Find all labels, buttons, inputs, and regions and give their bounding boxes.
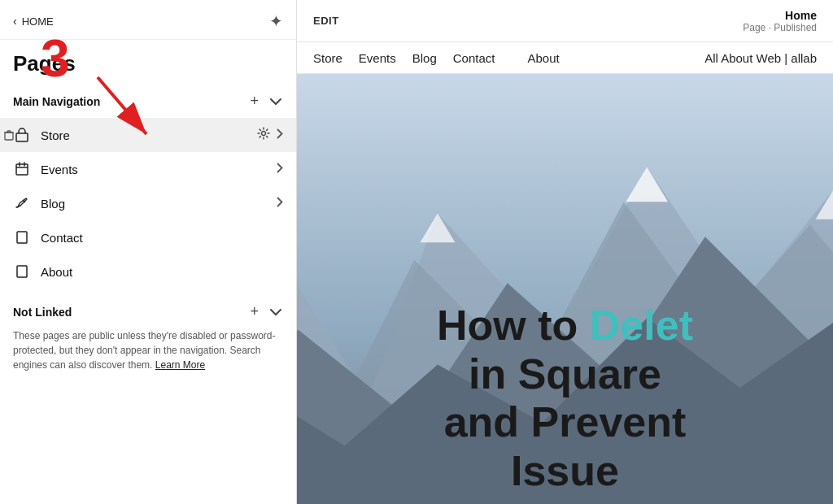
svg-point-5 [262,132,266,136]
collapse-nav-button[interactable] [268,96,283,107]
not-linked-description: These pages are public unless they're di… [13,328,283,372]
hero-area: How to Delet in Square and Prevent Issue [297,74,833,504]
contact-icon [13,228,31,246]
events-icon [13,160,31,178]
nav-item-about[interactable]: About [0,254,296,289]
trash-icon[interactable] [0,129,18,141]
preview-nav-store[interactable]: Store [313,51,342,65]
main-nav-label: Main Navigation [13,95,100,108]
main-nav-section-header: Main Navigation + [0,85,296,118]
page-name: Home [743,9,817,22]
store-gear-icon[interactable] [257,127,270,143]
pages-title: Pages [13,51,76,76]
hero-text: How to Delet in Square and Prevent Issue [297,285,833,504]
nav-item-events[interactable]: Events [0,152,296,186]
about-label: About [41,265,283,279]
hero-line3: and Prevent [444,398,687,445]
svg-rect-10 [17,232,27,243]
back-home-link[interactable]: ‹ HOME [13,15,54,28]
preview-nav-blog[interactable]: Blog [412,51,437,65]
nav-item-blog[interactable]: Blog [0,186,296,220]
blog-icon [13,194,31,212]
edit-label: EDIT [313,15,339,27]
learn-more-link[interactable]: Learn More [155,359,205,371]
hero-line1-highlight: Delet [590,302,693,349]
svg-rect-4 [16,133,28,141]
sidebar-top: ‹ HOME ✦ [0,0,296,40]
preview-site-name: All About Web | allab [704,51,817,65]
store-chevron-icon[interactable] [277,128,283,142]
blog-label: Blog [41,197,277,211]
add-not-linked-button[interactable]: + [248,302,260,322]
nav-item-store[interactable]: Store [0,118,296,152]
sidebar: ‹ HOME ✦ 3 Pages Main Navigation + [0,0,297,504]
svg-rect-6 [16,164,28,175]
blog-item-actions [277,196,283,211]
preview-nav-contact[interactable]: Contact [453,51,495,65]
hero-line4: Issue [511,447,619,494]
blog-chevron-icon[interactable] [277,196,283,211]
back-label: HOME [22,15,54,28]
main-panel: EDIT Home Page · Published Store Events … [297,0,833,504]
top-bar: EDIT Home Page · Published [297,0,833,42]
events-item-actions [277,162,283,176]
preview-nav-events[interactable]: Events [359,51,396,65]
nav-list: Store [0,118,296,289]
nav-item-contact[interactable]: Contact [0,220,296,254]
not-linked-title: Not Linked [13,306,72,319]
sparkle-icon[interactable]: ✦ [269,11,283,31]
add-nav-item-button[interactable]: + [248,91,260,111]
contact-label: Contact [41,231,283,245]
main-nav-actions: + [248,91,283,111]
back-arrow-icon: ‹ [13,15,17,28]
events-chevron-icon[interactable] [277,162,283,176]
events-label: Events [41,163,277,176]
preview-nav-about[interactable]: About [527,51,559,65]
store-label: Store [41,128,257,142]
svg-rect-2 [5,133,13,140]
about-icon [13,263,31,280]
not-linked-section: Not Linked + These pages are public unle… [0,302,296,372]
not-linked-header: Not Linked + [13,302,283,322]
page-status: Page · Published [743,22,817,33]
svg-rect-11 [17,266,27,277]
collapse-not-linked-button[interactable] [268,306,283,318]
sidebar-title-row: Pages [0,40,296,85]
hero-line2: in Square [469,350,661,398]
hero-heading: How to Delet in Square and Prevent Issue [321,302,809,496]
store-item-actions [257,127,283,143]
page-info: Home Page · Published [743,9,817,33]
preview-nav: Store Events Blog Contact About All Abou… [297,42,833,74]
hero-line1-prefix: How to [437,302,590,349]
preview-nav-links: Store Events Blog Contact About [313,50,560,65]
